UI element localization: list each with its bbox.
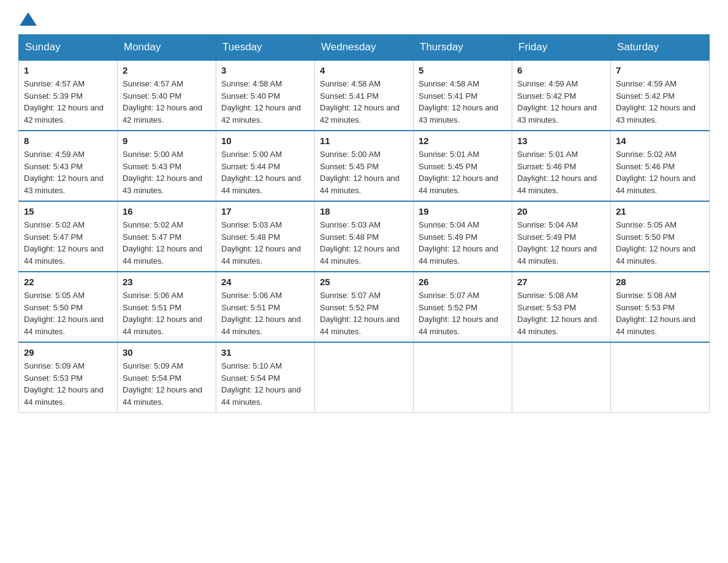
day-number: 12 (419, 136, 507, 146)
calendar-cell: 3Sunrise: 4:58 AMSunset: 5:40 PMDaylight… (216, 60, 315, 131)
calendar-cell: 28Sunrise: 5:08 AMSunset: 5:53 PMDayligh… (611, 272, 710, 342)
day-info: Sunrise: 5:02 AMSunset: 5:47 PMDaylight:… (123, 219, 211, 267)
day-number: 25 (320, 277, 408, 287)
column-header-friday: Friday (512, 35, 611, 61)
day-number: 20 (517, 206, 605, 216)
calendar-cell: 7Sunrise: 4:59 AMSunset: 5:42 PMDaylight… (611, 60, 710, 131)
day-info: Sunrise: 5:03 AMSunset: 5:48 PMDaylight:… (320, 219, 408, 267)
week-row-5: 29Sunrise: 5:09 AMSunset: 5:53 PMDayligh… (19, 342, 710, 413)
day-info: Sunrise: 5:05 AMSunset: 5:50 PMDaylight:… (24, 289, 112, 337)
day-info: Sunrise: 5:06 AMSunset: 5:51 PMDaylight:… (123, 289, 211, 337)
day-info: Sunrise: 4:59 AMSunset: 5:42 PMDaylight:… (517, 78, 605, 126)
day-info: Sunrise: 5:09 AMSunset: 5:54 PMDaylight:… (123, 360, 211, 408)
calendar-cell: 16Sunrise: 5:02 AMSunset: 5:47 PMDayligh… (118, 201, 216, 272)
day-info: Sunrise: 5:02 AMSunset: 5:46 PMDaylight:… (616, 148, 704, 196)
calendar-cell: 8Sunrise: 4:59 AMSunset: 5:43 PMDaylight… (19, 131, 118, 201)
calendar-cell: 10Sunrise: 5:00 AMSunset: 5:44 PMDayligh… (216, 131, 315, 201)
calendar-cell: 11Sunrise: 5:00 AMSunset: 5:45 PMDayligh… (315, 131, 414, 201)
day-number: 4 (320, 65, 408, 75)
day-info: Sunrise: 5:02 AMSunset: 5:47 PMDaylight:… (24, 219, 112, 267)
day-number: 7 (616, 65, 704, 75)
day-number: 2 (123, 65, 211, 75)
week-row-3: 15Sunrise: 5:02 AMSunset: 5:47 PMDayligh… (19, 201, 710, 272)
day-number: 10 (221, 136, 309, 146)
day-info: Sunrise: 5:01 AMSunset: 5:45 PMDaylight:… (419, 148, 507, 196)
calendar-cell: 24Sunrise: 5:06 AMSunset: 5:51 PMDayligh… (216, 272, 315, 342)
logo-triangle-icon (20, 12, 37, 26)
column-header-thursday: Thursday (414, 35, 512, 61)
day-info: Sunrise: 5:01 AMSunset: 5:46 PMDaylight:… (517, 148, 605, 196)
logo-text (18, 12, 38, 26)
column-header-monday: Monday (118, 35, 216, 61)
day-info: Sunrise: 5:04 AMSunset: 5:49 PMDaylight:… (517, 219, 605, 267)
day-info: Sunrise: 5:00 AMSunset: 5:43 PMDaylight:… (123, 148, 211, 196)
column-header-saturday: Saturday (611, 35, 710, 61)
day-number: 14 (616, 136, 704, 146)
day-number: 30 (123, 347, 211, 358)
day-info: Sunrise: 4:58 AMSunset: 5:41 PMDaylight:… (419, 78, 507, 126)
calendar-cell (315, 342, 414, 413)
calendar-cell: 18Sunrise: 5:03 AMSunset: 5:48 PMDayligh… (315, 201, 414, 272)
logo (18, 12, 38, 23)
day-number: 3 (221, 65, 309, 75)
day-info: Sunrise: 5:09 AMSunset: 5:53 PMDaylight:… (24, 360, 112, 408)
column-header-wednesday: Wednesday (315, 35, 414, 61)
day-info: Sunrise: 5:07 AMSunset: 5:52 PMDaylight:… (419, 289, 507, 337)
day-info: Sunrise: 5:05 AMSunset: 5:50 PMDaylight:… (616, 219, 704, 267)
day-number: 15 (24, 206, 112, 216)
calendar-cell: 26Sunrise: 5:07 AMSunset: 5:52 PMDayligh… (414, 272, 512, 342)
day-number: 19 (419, 206, 507, 216)
day-number: 31 (221, 347, 309, 358)
day-number: 16 (123, 206, 211, 216)
day-number: 18 (320, 206, 408, 216)
calendar-cell: 25Sunrise: 5:07 AMSunset: 5:52 PMDayligh… (315, 272, 414, 342)
day-number: 5 (419, 65, 507, 75)
day-number: 28 (616, 277, 704, 287)
week-row-4: 22Sunrise: 5:05 AMSunset: 5:50 PMDayligh… (19, 272, 710, 342)
calendar-cell: 27Sunrise: 5:08 AMSunset: 5:53 PMDayligh… (512, 272, 611, 342)
column-header-tuesday: Tuesday (216, 35, 315, 61)
day-number: 8 (24, 136, 112, 146)
day-info: Sunrise: 5:08 AMSunset: 5:53 PMDaylight:… (616, 289, 704, 337)
day-info: Sunrise: 5:03 AMSunset: 5:48 PMDaylight:… (221, 219, 309, 267)
day-number: 22 (24, 277, 112, 287)
day-number: 11 (320, 136, 408, 146)
day-number: 21 (616, 206, 704, 216)
calendar-cell: 5Sunrise: 4:58 AMSunset: 5:41 PMDaylight… (414, 60, 512, 131)
day-number: 23 (123, 277, 211, 287)
calendar-cell: 4Sunrise: 4:58 AMSunset: 5:41 PMDaylight… (315, 60, 414, 131)
calendar-cell (611, 342, 710, 413)
calendar-cell: 31Sunrise: 5:10 AMSunset: 5:54 PMDayligh… (216, 342, 315, 413)
week-row-2: 8Sunrise: 4:59 AMSunset: 5:43 PMDaylight… (19, 131, 710, 201)
day-info: Sunrise: 4:57 AMSunset: 5:39 PMDaylight:… (24, 78, 112, 126)
day-number: 27 (517, 277, 605, 287)
day-info: Sunrise: 5:04 AMSunset: 5:49 PMDaylight:… (419, 219, 507, 267)
day-number: 24 (221, 277, 309, 287)
calendar-cell: 15Sunrise: 5:02 AMSunset: 5:47 PMDayligh… (19, 201, 118, 272)
calendar-header-row: SundayMondayTuesdayWednesdayThursdayFrid… (19, 35, 710, 61)
day-info: Sunrise: 5:06 AMSunset: 5:51 PMDaylight:… (221, 289, 309, 337)
calendar-cell (512, 342, 611, 413)
day-info: Sunrise: 5:00 AMSunset: 5:44 PMDaylight:… (221, 148, 309, 196)
day-info: Sunrise: 5:10 AMSunset: 5:54 PMDaylight:… (221, 360, 309, 408)
day-info: Sunrise: 5:00 AMSunset: 5:45 PMDaylight:… (320, 148, 408, 196)
calendar-cell: 22Sunrise: 5:05 AMSunset: 5:50 PMDayligh… (19, 272, 118, 342)
calendar-cell: 23Sunrise: 5:06 AMSunset: 5:51 PMDayligh… (118, 272, 216, 342)
day-info: Sunrise: 4:58 AMSunset: 5:41 PMDaylight:… (320, 78, 408, 126)
calendar-cell: 13Sunrise: 5:01 AMSunset: 5:46 PMDayligh… (512, 131, 611, 201)
column-header-sunday: Sunday (19, 35, 118, 61)
calendar-cell: 6Sunrise: 4:59 AMSunset: 5:42 PMDaylight… (512, 60, 611, 131)
calendar-cell: 29Sunrise: 5:09 AMSunset: 5:53 PMDayligh… (19, 342, 118, 413)
day-info: Sunrise: 4:58 AMSunset: 5:40 PMDaylight:… (221, 78, 309, 126)
week-row-1: 1Sunrise: 4:57 AMSunset: 5:39 PMDaylight… (19, 60, 710, 131)
day-number: 17 (221, 206, 309, 216)
header (18, 12, 710, 23)
calendar-cell: 20Sunrise: 5:04 AMSunset: 5:49 PMDayligh… (512, 201, 611, 272)
calendar-cell: 17Sunrise: 5:03 AMSunset: 5:48 PMDayligh… (216, 201, 315, 272)
day-info: Sunrise: 5:07 AMSunset: 5:52 PMDaylight:… (320, 289, 408, 337)
calendar-cell: 9Sunrise: 5:00 AMSunset: 5:43 PMDaylight… (118, 131, 216, 201)
calendar-cell: 12Sunrise: 5:01 AMSunset: 5:45 PMDayligh… (414, 131, 512, 201)
calendar-cell: 30Sunrise: 5:09 AMSunset: 5:54 PMDayligh… (118, 342, 216, 413)
day-number: 26 (419, 277, 507, 287)
day-number: 13 (517, 136, 605, 146)
